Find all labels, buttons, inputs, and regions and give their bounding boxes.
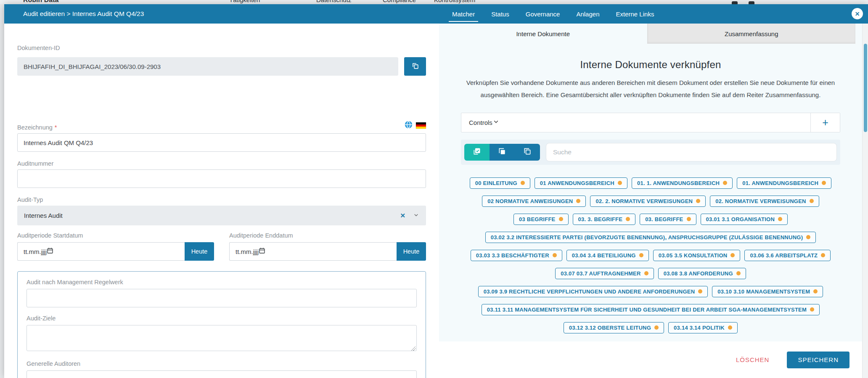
document-chip[interactable]: 00 EINLEITUNG [470, 177, 530, 189]
chip-status-dot [639, 253, 643, 257]
background-icon [732, 1, 738, 4]
clear-selection-icon[interactable]: ✕ [400, 212, 405, 219]
audit-form-pane: Dokumenten-ID Bezeichnung * [4, 24, 439, 378]
close-button[interactable]: ✕ [852, 8, 863, 19]
tab-interne-dokumente[interactable]: Interne Dokumente [439, 24, 647, 44]
category-select[interactable]: Controls [461, 113, 810, 132]
auditnummer-input[interactable] [17, 169, 426, 188]
document-chip[interactable]: 03.04 3.4 BETEILIGUNG [566, 250, 649, 261]
chip-rows: 00 EINLEITUNG01 ANWENDUNGSBEREICH01. 1. … [461, 177, 840, 333]
chip-status-dot [521, 181, 525, 185]
chip-status-dot [810, 199, 814, 203]
tab-zusammenfassung[interactable]: Zusammenfassung [647, 24, 856, 44]
background-app-navbar: Robin Data Tätigkeiten Datenschutz Compl… [0, 0, 868, 4]
document-chip[interactable]: 02. NORMATIVE VERWEISUNGEN [710, 196, 819, 207]
calendar-icon[interactable] [259, 247, 265, 256]
document-chip[interactable]: 03.03 3.3 BESCHÄFTIGTER [471, 250, 562, 261]
document-chip[interactable]: 03.08 3.8 ANFORDERUNG [658, 268, 746, 279]
document-chip[interactable]: 03. 3. BEGRIFFE [573, 214, 636, 225]
chip-status-dot [576, 199, 580, 203]
chip-row: 02 NORMATIVE ANWEISUNGEN02. 2. NORMATIVE… [482, 196, 819, 207]
chevron-down-icon [492, 118, 500, 127]
scrollbar[interactable] [862, 24, 868, 378]
document-chip[interactable]: 03.02 3.2 INTERESSIERTE PARTEI (BEVORZUG… [485, 232, 816, 243]
tab-matcher[interactable]: Matcher [452, 11, 475, 18]
document-chip[interactable]: 03.01 3.1 ORGANISATION [701, 214, 788, 225]
chip-label: 03.03 3.3 BESCHÄFTIGTER [476, 252, 549, 259]
german-flag-icon[interactable] [416, 122, 426, 129]
audit-ziele-textarea[interactable] [26, 325, 417, 351]
chip-row: 03 BEGRIFFE03. 3. BEGRIFFE03. BEGRIFFE03… [513, 214, 788, 225]
globe-icon[interactable] [404, 120, 413, 131]
regelwerk-input[interactable] [26, 289, 417, 307]
document-chip[interactable]: 03.06 3.6 ARBEITSPLATZ [744, 250, 831, 261]
matcher-pane: Interne Dokumente Zusammenfassung Intern… [439, 24, 862, 378]
document-chip[interactable]: 03. BEGRIFFE [640, 214, 696, 225]
chip-status-dot [810, 307, 814, 312]
chip-label: 03.11 3.11 MANAGEMENTSYSTEM FÜR SICHERHE… [487, 307, 807, 313]
generelle-auditoren-label: Generelle Auditoren [26, 360, 417, 367]
enddatum-input[interactable]: tt.mm.jjjj [229, 242, 397, 261]
document-chip[interactable]: 03.07 03.7 AUFTRAGNEHMER [555, 268, 654, 279]
close-icon: ✕ [855, 11, 860, 17]
bezeichnung-input[interactable] [17, 133, 426, 152]
delete-button[interactable]: LÖSCHEN [736, 356, 770, 363]
document-chip[interactable]: 02 NORMATIVE ANWEISUNGEN [482, 196, 586, 207]
document-chip[interactable]: 01. ANWENDUNGSBEREICH [737, 177, 831, 189]
startdatum-heute-button[interactable]: Heute [185, 242, 214, 261]
chip-status-dot [736, 271, 741, 275]
document-chip[interactable]: 03.09 3.9 RECHTLICHE VERPFLICHTUNGEN UND… [478, 286, 708, 297]
calendar-icon[interactable] [47, 247, 53, 256]
tab-externe-links[interactable]: Externe Links [616, 11, 654, 18]
tab-governance[interactable]: Governance [526, 11, 560, 18]
chip-label: 01. 1. ANWENDUNGSBEREICH [637, 180, 720, 186]
chip-label: 03.02 3.2 INTERESSIERTE PARTEI (BEVORZUG… [491, 234, 803, 241]
chip-label: 03.08 3.8 ANFORDERUNG [664, 270, 733, 277]
document-chip[interactable]: 03.10 3.10 MANAGEMENTSYSTEM [712, 286, 823, 297]
startdatum-input[interactable]: tt.mm.jjjj [17, 242, 185, 261]
save-button[interactable]: SPEICHERN [787, 352, 849, 368]
background-nav-item: Datenschutz [316, 0, 351, 3]
chip-status-dot [822, 181, 826, 185]
document-chip[interactable]: 01. 1. ANWENDUNGSBEREICH [632, 177, 733, 189]
chip-label: 03 BEGRIFFE [519, 216, 556, 222]
chip-status-dot [553, 253, 557, 257]
chip-status-dot [723, 181, 727, 185]
copy-button[interactable] [404, 57, 426, 76]
management-regelwerk-box: Audit nach Management Regelwerk Audit-Zi… [17, 271, 426, 378]
chip-label: 03. 3. BEGRIFFE [578, 216, 623, 222]
add-document-button[interactable]: + [810, 113, 840, 132]
document-chip[interactable]: 03.11 3.11 MANAGEMENTSYSTEM FÜR SICHERHE… [482, 304, 820, 315]
document-chip[interactable]: 03 BEGRIFFE [513, 214, 569, 225]
background-icon [749, 1, 754, 4]
document-chip[interactable]: 01 ANWENDUNGSBEREICH [535, 177, 627, 189]
audit-edit-modal: Audit editieren > Internes Audit QM Q4/2… [4, 4, 868, 378]
document-chip[interactable]: 02. 2. NORMATIVE VERWEISUNGEN [590, 196, 706, 207]
language-switch [404, 120, 426, 131]
chip-label: 03.12 3.12 OBERSTE LEITUNG [569, 325, 651, 331]
chip-row: 03.07 03.7 AUFTRAGNEHMER03.08 3.8 ANFORD… [555, 268, 746, 279]
scrollbar-thumb[interactable] [864, 44, 867, 132]
chip-label: 03.10 3.10 MANAGEMENTSYSTEM [717, 288, 810, 295]
enddatum-label: Auditperiode Enddatum [229, 232, 426, 239]
selected-documents-toggle[interactable] [464, 144, 490, 161]
chip-status-dot [821, 253, 825, 257]
search-input[interactable] [546, 143, 837, 161]
tab-anlagen[interactable]: Anlagen [576, 11, 599, 18]
tab-status[interactable]: Status [491, 11, 509, 18]
document-chip[interactable]: 03.05 3.5 KONSULTATION [653, 250, 741, 261]
matcher-subtabs: Interne Dokumente Zusammenfassung [439, 24, 862, 44]
audit-typ-select[interactable]: Internes Audit ✕ [17, 206, 426, 225]
document-chip[interactable]: 03.12 3.12 OBERSTE LEITUNG [564, 322, 664, 333]
all-documents-outline-toggle[interactable] [515, 144, 540, 161]
startdatum-label: Auditperiode Startdatum [17, 232, 214, 239]
document-chip[interactable]: 03.14 3.14 POLITIK [668, 322, 738, 333]
bezeichnung-label: Bezeichnung [17, 124, 53, 131]
category-row: Controls + [461, 113, 840, 132]
category-select-value: Controls [469, 119, 492, 126]
chip-label: 03.04 3.4 BETEILIGUNG [572, 252, 636, 259]
enddatum-heute-button[interactable]: Heute [397, 242, 426, 261]
generelle-auditoren-input[interactable] [26, 370, 417, 378]
all-documents-filled-toggle[interactable] [490, 144, 515, 161]
interne-dokumente-card: Interne Dokumente verknüpfen Verknüpfen … [439, 44, 862, 341]
